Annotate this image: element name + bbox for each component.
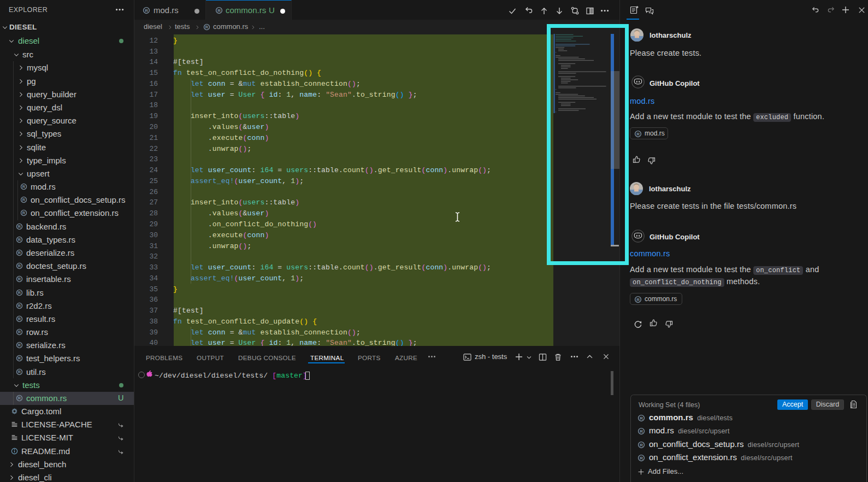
svg-text:R: R (18, 369, 21, 374)
svg-text:R: R (217, 8, 221, 13)
svg-text:R: R (18, 250, 21, 255)
svg-text:R: R (18, 316, 21, 321)
svg-text:R: R (636, 131, 640, 136)
svg-text:R: R (22, 197, 26, 202)
svg-text:R: R (22, 210, 26, 215)
svg-text:R: R (18, 330, 21, 334)
svg-text:R: R (640, 443, 643, 448)
svg-text:R: R (205, 25, 209, 30)
svg-text:R: R (640, 416, 643, 421)
svg-text:R: R (18, 263, 21, 268)
svg-text:R: R (636, 297, 640, 302)
svg-text:R: R (22, 184, 26, 189)
svg-text:R: R (18, 356, 21, 361)
svg-text:R: R (18, 237, 21, 242)
svg-text:R: R (18, 303, 21, 308)
svg-text:R: R (18, 290, 21, 295)
svg-text:R: R (145, 8, 148, 13)
svg-text:R: R (640, 429, 643, 434)
svg-text:R: R (18, 277, 21, 281)
svg-text:R: R (18, 396, 21, 401)
svg-text:R: R (640, 456, 643, 461)
svg-text:R: R (18, 224, 21, 229)
svg-text:R: R (18, 343, 21, 348)
